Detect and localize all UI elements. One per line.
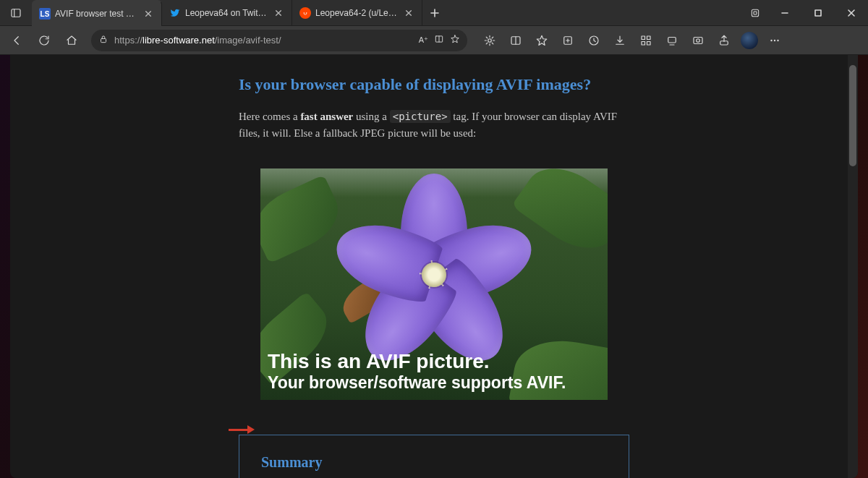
favorites-icon[interactable] bbox=[529, 29, 554, 52]
tab-title: AVIF browser test page: AVIF sup… bbox=[55, 9, 138, 19]
svg-point-7 bbox=[306, 12, 307, 14]
read-aloud-icon[interactable]: A⁺ bbox=[419, 35, 428, 45]
svg-point-36 bbox=[697, 38, 700, 42]
svg-rect-16 bbox=[101, 38, 106, 42]
svg-marker-19 bbox=[451, 35, 459, 43]
reddit-icon bbox=[299, 7, 311, 19]
browser-tab-2[interactable]: Leopeva64 on Twitter: "This sam… bbox=[162, 0, 292, 26]
image-caption: This is an AVIF picture. Your browser/so… bbox=[268, 350, 566, 393]
web-capture-icon[interactable] bbox=[686, 29, 710, 52]
svg-rect-0 bbox=[12, 9, 20, 17]
apps-icon[interactable] bbox=[634, 29, 658, 52]
browser-tab-1[interactable]: LS AVIF browser test page: AVIF sup… bbox=[32, 0, 162, 26]
vertical-scrollbar[interactable] bbox=[848, 55, 858, 478]
collections-icon[interactable] bbox=[556, 29, 580, 52]
page-heading: Is your browser capable of displaying AV… bbox=[239, 75, 629, 94]
back-button[interactable] bbox=[4, 29, 29, 52]
copilot-icon[interactable] bbox=[742, 0, 768, 25]
svg-point-40 bbox=[777, 39, 778, 40]
svg-point-39 bbox=[774, 39, 775, 40]
toolbar: https://libre-software.net/image/avif-te… bbox=[0, 26, 868, 55]
tab-actions-button[interactable] bbox=[0, 0, 32, 25]
summary-box: Summary Which browsers are capable of di… bbox=[239, 435, 629, 479]
url-text: https://libre-software.net/image/avif-te… bbox=[114, 35, 413, 46]
svg-rect-35 bbox=[694, 37, 702, 43]
svg-point-6 bbox=[304, 12, 305, 14]
tab-title: Leopeva64-2 (u/Leopeva64-2) - R… bbox=[315, 8, 399, 18]
summary-heading: Summary bbox=[261, 454, 607, 471]
svg-point-38 bbox=[770, 39, 772, 40]
favorite-star-icon[interactable] bbox=[450, 34, 460, 46]
extensions-icon[interactable] bbox=[477, 29, 502, 52]
svg-rect-33 bbox=[668, 37, 676, 43]
refresh-button[interactable] bbox=[32, 29, 56, 52]
svg-marker-23 bbox=[537, 35, 547, 45]
scrollbar-thumb[interactable] bbox=[849, 65, 856, 166]
lock-icon bbox=[98, 34, 109, 46]
new-tab-button[interactable] bbox=[422, 0, 447, 25]
intro-paragraph: Here comes a fast answer using a <pictur… bbox=[239, 108, 629, 142]
tab-close-button[interactable] bbox=[273, 7, 284, 19]
window-controls bbox=[742, 0, 868, 25]
share-icon[interactable] bbox=[712, 29, 736, 52]
svg-rect-10 bbox=[752, 9, 758, 16]
split-screen-icon[interactable] bbox=[503, 29, 528, 52]
tab-title: Leopeva64 on Twitter: "This sam… bbox=[185, 8, 268, 18]
svg-point-20 bbox=[488, 38, 492, 42]
svg-rect-30 bbox=[647, 36, 651, 40]
svg-rect-11 bbox=[754, 12, 757, 14]
history-icon[interactable] bbox=[582, 29, 606, 52]
avif-test-image: This is an AVIF picture. Your browser/so… bbox=[260, 168, 608, 400]
downloads-icon[interactable] bbox=[608, 29, 632, 52]
browser-tab-3[interactable]: Leopeva64-2 (u/Leopeva64-2) - R… bbox=[292, 0, 422, 26]
tab-strip: LS AVIF browser test page: AVIF sup… Leo… bbox=[32, 0, 447, 25]
favicon: LS bbox=[39, 8, 51, 20]
tab-close-button[interactable] bbox=[403, 7, 414, 19]
page-viewport: Is your browser capable of displaying AV… bbox=[10, 55, 858, 478]
enter-immersive-reader-icon[interactable] bbox=[434, 34, 444, 46]
performance-icon[interactable] bbox=[660, 29, 684, 52]
titlebar: LS AVIF browser test page: AVIF sup… Leo… bbox=[0, 0, 868, 26]
more-menu-icon[interactable] bbox=[762, 29, 787, 52]
annotation-arrow bbox=[229, 425, 255, 434]
svg-rect-29 bbox=[642, 36, 645, 40]
home-button[interactable] bbox=[59, 29, 84, 52]
address-bar[interactable]: https://libre-software.net/image/avif-te… bbox=[91, 30, 467, 51]
profile-avatar[interactable] bbox=[741, 32, 758, 49]
minimize-button[interactable] bbox=[768, 0, 801, 25]
svg-rect-31 bbox=[642, 41, 645, 45]
tab-close-button[interactable] bbox=[142, 8, 154, 20]
svg-rect-13 bbox=[815, 10, 821, 16]
maximize-button[interactable] bbox=[801, 0, 835, 25]
twitter-icon bbox=[169, 7, 181, 19]
window-close-button[interactable] bbox=[835, 0, 868, 25]
svg-rect-32 bbox=[647, 41, 651, 45]
